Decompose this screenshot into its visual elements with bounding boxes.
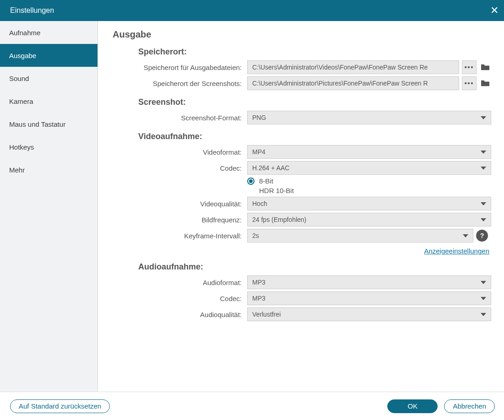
row-audio-codec: Codec: MP3 xyxy=(113,291,491,305)
label-output-path: Speicherort für Ausgabedateien: xyxy=(113,64,247,71)
chevron-down-icon xyxy=(481,313,486,316)
settings-window: Einstellungen ✕ Aufnahme Ausgabe Sound K… xyxy=(0,0,504,420)
main-panel: Ausgabe Speicherort: Speicherort für Aus… xyxy=(98,21,504,392)
label-audio-quality: Audioqualität: xyxy=(113,311,247,318)
chevron-down-icon xyxy=(463,234,468,237)
sidebar: Aufnahme Ausgabe Sound Kamera Maus und T… xyxy=(0,21,98,392)
sidebar-item-hotkeys[interactable]: Hotkeys xyxy=(0,135,98,158)
browse-screenshot-button[interactable]: ••• xyxy=(462,76,477,90)
chevron-down-icon xyxy=(481,202,486,205)
ellipsis-icon: ••• xyxy=(465,64,474,71)
output-path-field[interactable]: C:\Users\Administrator\Videos\FonePaw\Fo… xyxy=(247,60,459,74)
reset-defaults-button[interactable]: Auf Standard zurücksetzen xyxy=(10,399,110,413)
radio-8bit[interactable]: 8-Bit xyxy=(113,177,491,185)
sidebar-item-aufnahme[interactable]: Aufnahme xyxy=(0,21,98,44)
open-output-folder-button[interactable] xyxy=(479,60,491,74)
row-keyframe: Keyframe-Intervall: 2s ? xyxy=(113,229,491,242)
ellipsis-icon: ••• xyxy=(465,80,474,87)
video-codec-select[interactable]: H.264 + AAC xyxy=(247,161,491,175)
chevron-down-icon xyxy=(481,116,486,119)
row-audio-quality: Audioqualität: Verlustfrei xyxy=(113,307,491,321)
keyframe-select[interactable]: 2s xyxy=(247,229,473,242)
row-video-quality: Videoqualität: Hoch xyxy=(113,197,491,210)
ok-button[interactable]: OK xyxy=(387,399,438,413)
label-audio-format: Audioformat: xyxy=(113,279,247,286)
row-video-format: Videoformat: MP4 xyxy=(113,145,491,159)
chevron-down-icon xyxy=(481,218,486,221)
label-screenshot-format: Screenshot-Format: xyxy=(113,114,247,122)
browse-output-button[interactable]: ••• xyxy=(462,60,477,74)
radio-hdr10[interactable]: HDR 10-Bit xyxy=(113,187,491,194)
folder-icon xyxy=(480,79,490,87)
cancel-button[interactable]: Abbrechen xyxy=(444,399,495,413)
label-video-codec: Codec: xyxy=(113,164,247,172)
row-fps: Bildfrequenz: 24 fps (Empfohlen) xyxy=(113,213,491,226)
row-screenshot-path: Speicherort der Screenshots: C:\Users\Ad… xyxy=(113,76,491,90)
folder-icon xyxy=(480,63,490,71)
label-audio-codec: Codec: xyxy=(113,295,247,302)
titlebar: Einstellungen ✕ xyxy=(0,0,504,21)
chevron-down-icon xyxy=(481,151,486,154)
display-settings-link[interactable]: Anzeigeeinstellungen xyxy=(424,247,489,255)
row-output-path: Speicherort für Ausgabedateien: C:\Users… xyxy=(113,60,491,74)
audio-codec-select[interactable]: MP3 xyxy=(247,291,491,305)
label-video-quality: Videoqualität: xyxy=(113,200,247,208)
section-storage-title: Speicherort: xyxy=(138,47,491,57)
page-title: Ausgabe xyxy=(113,29,491,40)
body: Aufnahme Ausgabe Sound Kamera Maus und T… xyxy=(0,21,504,392)
radio-icon xyxy=(247,187,255,194)
section-audio-title: Audioaufnahme: xyxy=(138,262,491,272)
section-screenshot-title: Screenshot: xyxy=(138,97,491,107)
row-screenshot-format: Screenshot-Format: PNG xyxy=(113,111,491,124)
screenshot-path-field[interactable]: C:\Users\Administrator\Pictures\FonePaw\… xyxy=(247,76,459,90)
row-video-codec: Codec: H.264 + AAC xyxy=(113,161,491,175)
label-fps: Bildfrequenz: xyxy=(113,216,247,224)
audio-quality-select[interactable]: Verlustfrei xyxy=(247,307,491,321)
sidebar-item-maus[interactable]: Maus und Tastatur xyxy=(0,113,98,135)
radio-icon xyxy=(247,178,255,185)
close-icon[interactable]: ✕ xyxy=(490,5,499,16)
chevron-down-icon xyxy=(481,281,486,284)
chevron-down-icon xyxy=(481,297,486,300)
window-title: Einstellungen xyxy=(10,6,54,15)
video-format-select[interactable]: MP4 xyxy=(247,145,491,159)
screenshot-format-select[interactable]: PNG xyxy=(247,111,491,124)
help-icon[interactable]: ? xyxy=(476,230,488,242)
fps-select[interactable]: 24 fps (Empfohlen) xyxy=(247,213,491,226)
label-screenshot-path: Speicherort der Screenshots: xyxy=(113,80,247,87)
sidebar-item-mehr[interactable]: Mehr xyxy=(0,158,98,181)
row-audio-format: Audioformat: MP3 xyxy=(113,275,491,289)
label-keyframe: Keyframe-Intervall: xyxy=(113,232,247,240)
open-screenshot-folder-button[interactable] xyxy=(479,76,491,90)
footer: Auf Standard zurücksetzen OK Abbrechen xyxy=(0,392,504,420)
sidebar-item-sound[interactable]: Sound xyxy=(0,67,98,90)
sidebar-item-ausgabe[interactable]: Ausgabe xyxy=(0,44,98,67)
section-video-title: Videoaufnahme: xyxy=(138,132,491,141)
chevron-down-icon xyxy=(481,167,486,170)
audio-format-select[interactable]: MP3 xyxy=(247,275,491,289)
sidebar-item-kamera[interactable]: Kamera xyxy=(0,90,98,113)
label-video-format: Videoformat: xyxy=(113,148,247,156)
video-quality-select[interactable]: Hoch xyxy=(247,197,491,210)
display-settings-row: Anzeigeeinstellungen xyxy=(113,247,491,255)
